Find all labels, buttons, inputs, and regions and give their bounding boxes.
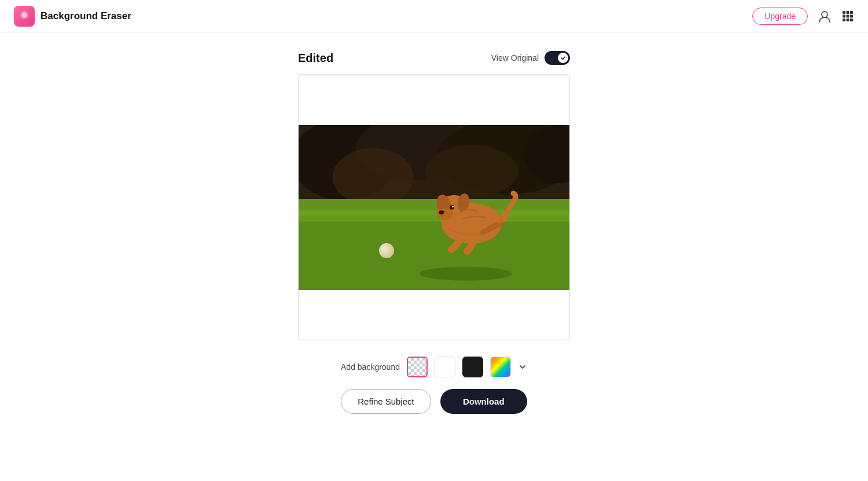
refine-subject-button[interactable]: Refine Subject <box>341 389 431 414</box>
svg-rect-7 <box>843 14 845 17</box>
svg-rect-11 <box>847 19 849 21</box>
svg-point-18 <box>333 148 414 206</box>
canvas-image <box>298 125 570 290</box>
toggle-knob <box>558 53 568 63</box>
view-original-label: View Original <box>491 53 539 63</box>
more-swatches-button[interactable] <box>518 362 527 372</box>
dog-figure <box>420 183 524 258</box>
canvas-area <box>298 74 570 340</box>
app-name-label: Background Eraser <box>41 10 131 22</box>
svg-rect-12 <box>850 19 853 21</box>
canvas-bottom-space <box>299 290 569 339</box>
main-content: Edited View Original <box>0 32 868 446</box>
add-background-label: Add background <box>341 362 400 372</box>
chevron-down-icon <box>518 362 527 372</box>
svg-point-2 <box>22 13 27 17</box>
user-icon <box>817 9 832 24</box>
svg-point-3 <box>822 12 827 17</box>
svg-point-31 <box>452 205 454 207</box>
svg-rect-6 <box>850 11 853 14</box>
ball <box>379 243 394 258</box>
bg-swatch-white[interactable] <box>435 357 455 377</box>
user-account-button[interactable] <box>817 9 832 24</box>
svg-rect-5 <box>847 11 849 14</box>
bg-swatch-transparent[interactable] <box>407 357 428 377</box>
app-logo-icon <box>14 6 35 27</box>
grid-icon <box>841 10 854 23</box>
view-original-toggle[interactable] <box>545 51 570 65</box>
upgrade-button[interactable]: Upgrade <box>752 8 808 25</box>
svg-rect-9 <box>850 14 853 17</box>
add-background-section: Add background <box>341 357 527 377</box>
svg-point-23 <box>420 267 512 281</box>
svg-rect-4 <box>843 11 845 14</box>
check-icon <box>560 55 566 61</box>
bg-swatch-black[interactable] <box>462 357 483 377</box>
grid-menu-button[interactable] <box>841 10 854 23</box>
svg-rect-10 <box>843 19 845 21</box>
header-actions: Upgrade <box>752 8 854 25</box>
edited-label: Edited <box>298 52 333 65</box>
view-original-control: View Original <box>491 51 570 65</box>
canvas-top-space <box>299 76 569 125</box>
download-button[interactable]: Download <box>440 389 527 414</box>
bg-swatch-gradient[interactable] <box>490 357 511 377</box>
editor-header: Edited View Original <box>298 51 570 65</box>
svg-rect-8 <box>847 14 849 17</box>
action-buttons: Refine Subject Download <box>341 389 527 414</box>
logo-area: Background Eraser <box>14 6 131 27</box>
app-header: Background Eraser Upgrade <box>0 0 868 32</box>
